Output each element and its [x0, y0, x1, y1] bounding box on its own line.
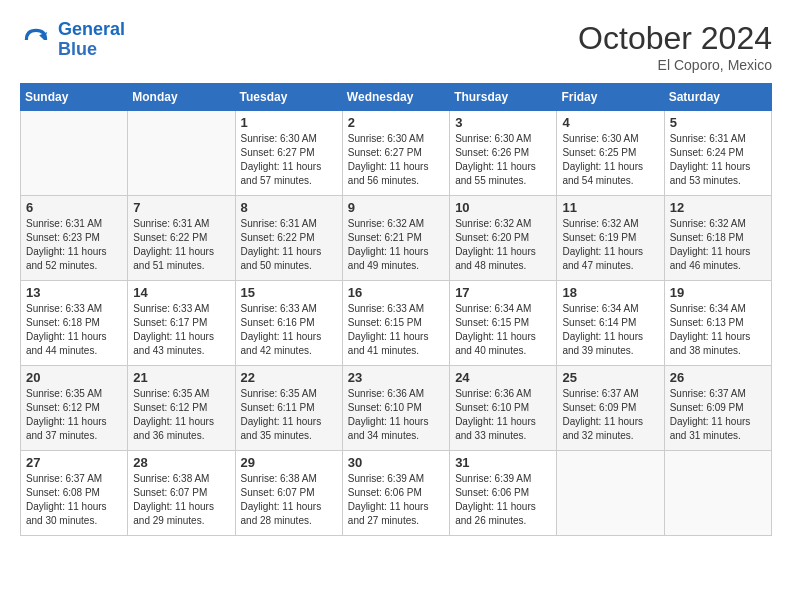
logo-icon: [20, 24, 52, 56]
day-info: Sunrise: 6:37 AM Sunset: 6:09 PM Dayligh…: [670, 387, 766, 443]
day-number: 24: [455, 370, 551, 385]
day-number: 22: [241, 370, 337, 385]
day-cell: [128, 111, 235, 196]
day-cell: 21Sunrise: 6:35 AM Sunset: 6:12 PM Dayli…: [128, 366, 235, 451]
day-number: 18: [562, 285, 658, 300]
day-number: 5: [670, 115, 766, 130]
day-cell: 22Sunrise: 6:35 AM Sunset: 6:11 PM Dayli…: [235, 366, 342, 451]
day-cell: 13Sunrise: 6:33 AM Sunset: 6:18 PM Dayli…: [21, 281, 128, 366]
day-info: Sunrise: 6:37 AM Sunset: 6:08 PM Dayligh…: [26, 472, 122, 528]
day-number: 12: [670, 200, 766, 215]
header-cell-wednesday: Wednesday: [342, 84, 449, 111]
day-cell: [664, 451, 771, 536]
day-cell: 9Sunrise: 6:32 AM Sunset: 6:21 PM Daylig…: [342, 196, 449, 281]
logo-general: General: [58, 19, 125, 39]
calendar-table: SundayMondayTuesdayWednesdayThursdayFrid…: [20, 83, 772, 536]
week-row-2: 6Sunrise: 6:31 AM Sunset: 6:23 PM Daylig…: [21, 196, 772, 281]
day-cell: [21, 111, 128, 196]
day-number: 11: [562, 200, 658, 215]
day-cell: 15Sunrise: 6:33 AM Sunset: 6:16 PM Dayli…: [235, 281, 342, 366]
day-cell: 11Sunrise: 6:32 AM Sunset: 6:19 PM Dayli…: [557, 196, 664, 281]
day-cell: 26Sunrise: 6:37 AM Sunset: 6:09 PM Dayli…: [664, 366, 771, 451]
day-number: 25: [562, 370, 658, 385]
day-info: Sunrise: 6:39 AM Sunset: 6:06 PM Dayligh…: [455, 472, 551, 528]
header-row: SundayMondayTuesdayWednesdayThursdayFrid…: [21, 84, 772, 111]
day-info: Sunrise: 6:30 AM Sunset: 6:27 PM Dayligh…: [348, 132, 444, 188]
week-row-5: 27Sunrise: 6:37 AM Sunset: 6:08 PM Dayli…: [21, 451, 772, 536]
day-info: Sunrise: 6:33 AM Sunset: 6:16 PM Dayligh…: [241, 302, 337, 358]
day-info: Sunrise: 6:38 AM Sunset: 6:07 PM Dayligh…: [133, 472, 229, 528]
day-cell: 31Sunrise: 6:39 AM Sunset: 6:06 PM Dayli…: [450, 451, 557, 536]
calendar-body: 1Sunrise: 6:30 AM Sunset: 6:27 PM Daylig…: [21, 111, 772, 536]
day-number: 1: [241, 115, 337, 130]
day-cell: 3Sunrise: 6:30 AM Sunset: 6:26 PM Daylig…: [450, 111, 557, 196]
day-info: Sunrise: 6:31 AM Sunset: 6:22 PM Dayligh…: [241, 217, 337, 273]
header-cell-monday: Monday: [128, 84, 235, 111]
day-info: Sunrise: 6:39 AM Sunset: 6:06 PM Dayligh…: [348, 472, 444, 528]
day-number: 19: [670, 285, 766, 300]
day-info: Sunrise: 6:32 AM Sunset: 6:18 PM Dayligh…: [670, 217, 766, 273]
day-info: Sunrise: 6:34 AM Sunset: 6:15 PM Dayligh…: [455, 302, 551, 358]
day-number: 27: [26, 455, 122, 470]
day-number: 31: [455, 455, 551, 470]
day-number: 15: [241, 285, 337, 300]
day-cell: 25Sunrise: 6:37 AM Sunset: 6:09 PM Dayli…: [557, 366, 664, 451]
day-number: 28: [133, 455, 229, 470]
day-cell: 14Sunrise: 6:33 AM Sunset: 6:17 PM Dayli…: [128, 281, 235, 366]
day-number: 14: [133, 285, 229, 300]
day-info: Sunrise: 6:35 AM Sunset: 6:12 PM Dayligh…: [26, 387, 122, 443]
day-number: 16: [348, 285, 444, 300]
day-info: Sunrise: 6:38 AM Sunset: 6:07 PM Dayligh…: [241, 472, 337, 528]
day-number: 8: [241, 200, 337, 215]
week-row-3: 13Sunrise: 6:33 AM Sunset: 6:18 PM Dayli…: [21, 281, 772, 366]
day-info: Sunrise: 6:35 AM Sunset: 6:11 PM Dayligh…: [241, 387, 337, 443]
header-cell-saturday: Saturday: [664, 84, 771, 111]
day-number: 4: [562, 115, 658, 130]
week-row-4: 20Sunrise: 6:35 AM Sunset: 6:12 PM Dayli…: [21, 366, 772, 451]
logo: General Blue: [20, 20, 125, 60]
day-cell: 7Sunrise: 6:31 AM Sunset: 6:22 PM Daylig…: [128, 196, 235, 281]
day-number: 20: [26, 370, 122, 385]
page-header: General Blue October 2024 El Coporo, Mex…: [20, 20, 772, 73]
day-cell: 4Sunrise: 6:30 AM Sunset: 6:25 PM Daylig…: [557, 111, 664, 196]
day-cell: 23Sunrise: 6:36 AM Sunset: 6:10 PM Dayli…: [342, 366, 449, 451]
day-cell: 19Sunrise: 6:34 AM Sunset: 6:13 PM Dayli…: [664, 281, 771, 366]
month-title: October 2024: [578, 20, 772, 57]
day-cell: 17Sunrise: 6:34 AM Sunset: 6:15 PM Dayli…: [450, 281, 557, 366]
day-info: Sunrise: 6:30 AM Sunset: 6:27 PM Dayligh…: [241, 132, 337, 188]
header-cell-sunday: Sunday: [21, 84, 128, 111]
day-cell: 2Sunrise: 6:30 AM Sunset: 6:27 PM Daylig…: [342, 111, 449, 196]
calendar-header: SundayMondayTuesdayWednesdayThursdayFrid…: [21, 84, 772, 111]
day-info: Sunrise: 6:32 AM Sunset: 6:19 PM Dayligh…: [562, 217, 658, 273]
day-cell: 12Sunrise: 6:32 AM Sunset: 6:18 PM Dayli…: [664, 196, 771, 281]
day-number: 6: [26, 200, 122, 215]
day-info: Sunrise: 6:31 AM Sunset: 6:22 PM Dayligh…: [133, 217, 229, 273]
day-cell: 10Sunrise: 6:32 AM Sunset: 6:20 PM Dayli…: [450, 196, 557, 281]
day-number: 9: [348, 200, 444, 215]
day-number: 30: [348, 455, 444, 470]
day-cell: 1Sunrise: 6:30 AM Sunset: 6:27 PM Daylig…: [235, 111, 342, 196]
day-info: Sunrise: 6:33 AM Sunset: 6:15 PM Dayligh…: [348, 302, 444, 358]
day-number: 29: [241, 455, 337, 470]
day-info: Sunrise: 6:35 AM Sunset: 6:12 PM Dayligh…: [133, 387, 229, 443]
day-info: Sunrise: 6:30 AM Sunset: 6:25 PM Dayligh…: [562, 132, 658, 188]
day-cell: 28Sunrise: 6:38 AM Sunset: 6:07 PM Dayli…: [128, 451, 235, 536]
day-info: Sunrise: 6:31 AM Sunset: 6:23 PM Dayligh…: [26, 217, 122, 273]
day-info: Sunrise: 6:36 AM Sunset: 6:10 PM Dayligh…: [348, 387, 444, 443]
day-number: 21: [133, 370, 229, 385]
day-cell: 30Sunrise: 6:39 AM Sunset: 6:06 PM Dayli…: [342, 451, 449, 536]
day-number: 23: [348, 370, 444, 385]
day-info: Sunrise: 6:37 AM Sunset: 6:09 PM Dayligh…: [562, 387, 658, 443]
day-number: 3: [455, 115, 551, 130]
day-info: Sunrise: 6:36 AM Sunset: 6:10 PM Dayligh…: [455, 387, 551, 443]
day-number: 13: [26, 285, 122, 300]
day-number: 7: [133, 200, 229, 215]
day-info: Sunrise: 6:31 AM Sunset: 6:24 PM Dayligh…: [670, 132, 766, 188]
header-cell-tuesday: Tuesday: [235, 84, 342, 111]
logo-text: General Blue: [58, 20, 125, 60]
day-info: Sunrise: 6:32 AM Sunset: 6:21 PM Dayligh…: [348, 217, 444, 273]
week-row-1: 1Sunrise: 6:30 AM Sunset: 6:27 PM Daylig…: [21, 111, 772, 196]
day-info: Sunrise: 6:33 AM Sunset: 6:18 PM Dayligh…: [26, 302, 122, 358]
day-number: 2: [348, 115, 444, 130]
day-cell: 24Sunrise: 6:36 AM Sunset: 6:10 PM Dayli…: [450, 366, 557, 451]
